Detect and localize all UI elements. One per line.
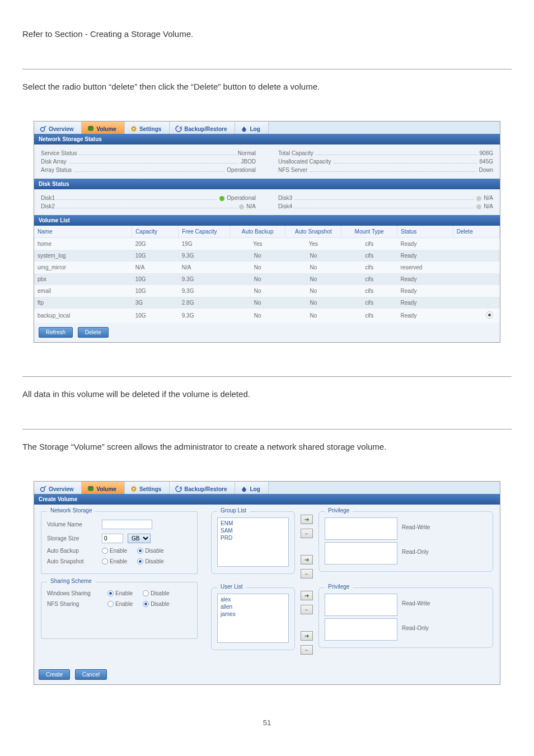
list-item[interactable]: PRD [219, 534, 287, 542]
volume-panel: Overview Volume Settings Backup/Restore … [34, 121, 500, 343]
win-sharing-disable[interactable]: Disable [143, 590, 169, 596]
col-mounttype: Mount Type [341, 226, 397, 238]
rw-label-2: Read-Write [402, 594, 430, 606]
svg-point-9 [133, 488, 134, 489]
group-rw-box[interactable] [325, 517, 397, 540]
page-number: 51 [22, 718, 512, 727]
col-cap: Capacity [132, 226, 179, 238]
group-remove-ro-button[interactable]: ← [301, 569, 313, 578]
group-add-ro-button[interactable]: ➔ [301, 555, 313, 564]
delete-button[interactable]: Delete [78, 327, 109, 338]
volume-icon [87, 125, 94, 132]
nav-tabs-2: Overview Volume Settings Backup/Restore … [34, 482, 500, 494]
tab-backup-label: Backup/Restore [184, 486, 227, 492]
priv-legend-2: Privilege [325, 584, 353, 590]
create-button[interactable]: Create [39, 669, 70, 680]
refresh-button[interactable]: Refresh [39, 327, 73, 338]
volume-name-label: Volume Name [47, 521, 97, 528]
disk-status-header: Disk Status [34, 179, 500, 189]
auto-backup-disable[interactable]: Disable [137, 548, 163, 554]
status-dot-green-icon [219, 196, 224, 201]
col-autobackup: Auto Backup [229, 226, 285, 238]
log-icon [241, 125, 247, 132]
table-row: umg_mirrorN/AN/ANoNocifsreserved [34, 262, 500, 273]
status-dot-icon [239, 204, 244, 209]
vol-name-cell: email [34, 285, 132, 297]
tab-volume[interactable]: Volume [82, 482, 124, 494]
list-item[interactable]: SAM [219, 527, 287, 534]
overview-icon [40, 486, 46, 492]
tab-volume[interactable]: Volume [82, 122, 124, 134]
kv-unallocated: Unallocated Capacity 845G [278, 157, 493, 166]
tab-overview-label: Overview [49, 486, 73, 492]
storage-size-input[interactable] [102, 534, 123, 543]
user-remove-ro-button[interactable]: ← [301, 645, 313, 655]
settings-icon [130, 125, 137, 132]
ns-legend: Network Storage [47, 507, 95, 514]
win-sharing-enable[interactable]: Enable [107, 590, 133, 596]
backup-icon [175, 486, 182, 492]
tab-log[interactable]: Log [235, 482, 268, 494]
storage-unit-select[interactable]: GB [128, 534, 151, 543]
kv-disk-array: Disk Array JBOD [41, 157, 256, 166]
divider [22, 376, 512, 377]
auto-backup-label: Auto Backup [47, 548, 97, 554]
tab-settings[interactable]: Settings [125, 122, 170, 134]
tab-backup[interactable]: Backup/Restore [170, 122, 235, 134]
list-item[interactable]: ENM [219, 520, 287, 527]
kv-array-status: Array Status Operational [41, 166, 256, 174]
col-status: Status [397, 226, 453, 238]
group-add-rw-button[interactable]: ➔ [301, 515, 313, 524]
nfs-sharing-disable[interactable]: Disable [143, 601, 169, 607]
vol-name-cell: system_log [34, 250, 132, 262]
delete-instruction: Select the radio button “delete” then cl… [22, 81, 512, 94]
kv-nfs-server: NFS Server Down [278, 166, 493, 174]
delete-radio[interactable] [486, 311, 493, 319]
ul-legend: User List [217, 584, 246, 590]
tab-overview[interactable]: Overview [34, 122, 82, 134]
col-free: Free Capacity [179, 226, 229, 238]
user-privilege-fieldset: Privilege Read-Write Read-Only [318, 587, 493, 648]
auto-snapshot-disable[interactable]: Disable [137, 558, 163, 564]
group-remove-rw-button[interactable]: ← [301, 529, 313, 538]
user-list[interactable]: alexallenjames [217, 594, 289, 643]
tab-settings[interactable]: Settings [125, 482, 170, 494]
vol-name-cell: umg_mirror [34, 262, 132, 273]
svg-line-6 [44, 486, 46, 488]
svg-point-0 [41, 128, 45, 132]
list-item[interactable]: alex [219, 596, 287, 603]
priv-legend-1: Privilege [325, 507, 353, 514]
table-row: backup_local10G9.3GNoNocifsReady [34, 309, 500, 323]
nfs-sharing-enable[interactable]: Enable [107, 601, 133, 607]
auto-backup-enable[interactable]: Enable [102, 548, 127, 554]
create-intro-text: The Storage “Volume” screen allows the a… [22, 441, 512, 454]
volume-list-header: Volume List [34, 215, 500, 226]
user-add-rw-button[interactable]: ➔ [301, 591, 313, 600]
col-name: Name [34, 226, 132, 238]
network-storage-fieldset: Network Storage Volume Name Storage Size… [41, 511, 198, 574]
list-item[interactable]: james [219, 610, 287, 618]
user-ro-box[interactable] [325, 618, 397, 641]
settings-icon [130, 486, 137, 492]
user-remove-rw-button[interactable]: ← [301, 605, 313, 614]
user-add-ro-button[interactable]: ➔ [301, 631, 313, 641]
list-item[interactable]: allen [219, 603, 287, 610]
table-row: system_log10G9.3GNoNocifsReady [34, 250, 500, 262]
backup-icon [175, 125, 182, 132]
volume-name-input[interactable] [102, 520, 152, 529]
intro-text: Refer to Section - Creating a Storage Vo… [22, 28, 512, 41]
user-rw-box[interactable] [325, 594, 397, 616]
gl-legend: Group List [217, 507, 250, 514]
create-volume-panel: Overview Volume Settings Backup/Restore … [34, 481, 500, 685]
group-ro-box[interactable] [325, 542, 397, 564]
volume-icon [87, 486, 94, 492]
tab-backup[interactable]: Backup/Restore [170, 482, 235, 494]
cancel-button[interactable]: Cancel [75, 669, 107, 680]
group-list[interactable]: ENMSAMPRD [217, 517, 289, 567]
volume-table: Name Capacity Free Capacity Auto Backup … [34, 226, 500, 323]
tab-overview[interactable]: Overview [34, 482, 82, 494]
tab-volume-label: Volume [96, 486, 116, 492]
auto-snapshot-enable[interactable]: Enable [102, 558, 127, 564]
tab-log[interactable]: Log [235, 122, 268, 134]
warning-text: All data in this volume will be deleted … [22, 388, 512, 401]
